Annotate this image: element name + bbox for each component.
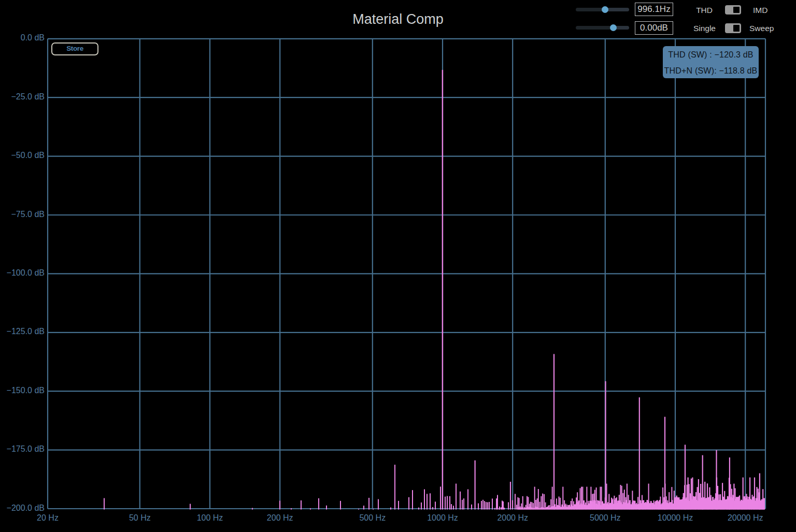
svg-text:10000 Hz: 10000 Hz	[658, 513, 693, 522]
svg-text:200 Hz: 200 Hz	[267, 513, 293, 522]
svg-text:−175.0 dB: −175.0 dB	[7, 444, 45, 453]
svg-text:50 Hz: 50 Hz	[129, 513, 151, 522]
svg-text:2000 Hz: 2000 Hz	[497, 513, 528, 522]
svg-text:0.0 dB: 0.0 dB	[21, 33, 45, 42]
svg-text:1000 Hz: 1000 Hz	[427, 513, 458, 522]
svg-text:5000 Hz: 5000 Hz	[590, 513, 621, 522]
svg-text:−100.0 dB: −100.0 dB	[7, 268, 45, 277]
svg-text:−125.0 dB: −125.0 dB	[7, 327, 45, 336]
svg-text:100 Hz: 100 Hz	[197, 513, 223, 522]
svg-text:20 Hz: 20 Hz	[37, 513, 59, 522]
svg-text:−25.0 dB: −25.0 dB	[11, 92, 45, 101]
svg-text:−150.0 dB: −150.0 dB	[7, 386, 45, 395]
svg-text:−75.0 dB: −75.0 dB	[11, 210, 45, 219]
svg-text:500 Hz: 500 Hz	[359, 513, 386, 522]
svg-text:−50.0 dB: −50.0 dB	[11, 151, 45, 160]
svg-text:−200.0 dB: −200.0 dB	[7, 504, 45, 512]
svg-text:20000 Hz: 20000 Hz	[728, 513, 763, 522]
